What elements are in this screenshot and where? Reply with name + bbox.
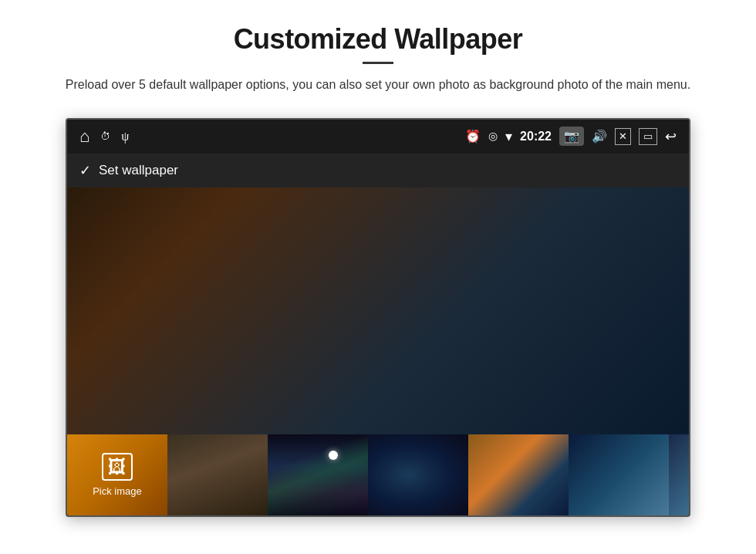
pick-image-thumb[interactable]: 🖼 Pick image — [67, 434, 167, 515]
checkmark-icon: ✓ — [79, 162, 91, 179]
wallpaper-thumb-2[interactable] — [268, 434, 368, 515]
title-divider — [363, 62, 393, 64]
wallpaper-thumb-6[interactable] — [669, 434, 689, 515]
status-bar-left: ⌂ ⏱ ψ — [79, 127, 129, 147]
camera-button[interactable]: 📷 — [559, 127, 584, 146]
status-bar-right: ⏰ ◎ ▾ 20:22 📷 🔊 ✕ ▭ ↩ — [465, 127, 677, 146]
page-wrapper: Customized Wallpaper Preload over 5 defa… — [0, 0, 756, 554]
title-section: Customized Wallpaper Preload over 5 defa… — [66, 23, 690, 110]
alarm-icon: ⏰ — [465, 129, 481, 144]
thumbnail-strip: 🖼 Pick image — [67, 434, 689, 515]
description-text: Preload over 5 default wallpaper options… — [66, 75, 690, 95]
wallpaper-thumb-4[interactable] — [468, 434, 569, 515]
close-icon[interactable]: ✕ — [615, 128, 631, 145]
android-screen: ⌂ ⏱ ψ ⏰ ◎ ▾ 20:22 📷 🔊 ✕ ▭ ↩ ✓ Set wallpa… — [66, 118, 690, 517]
pick-image-label: Pick image — [93, 485, 142, 497]
usb-icon: ψ — [121, 130, 129, 144]
set-wallpaper-bar[interactable]: ✓ Set wallpaper — [67, 154, 689, 187]
location-icon: ◎ — [488, 130, 498, 143]
wallpaper-preview — [67, 187, 689, 434]
volume-icon[interactable]: 🔊 — [592, 129, 607, 144]
status-bar: ⌂ ⏱ ψ ⏰ ◎ ▾ 20:22 📷 🔊 ✕ ▭ ↩ — [67, 120, 689, 154]
time-display: 20:22 — [520, 130, 552, 144]
back-icon[interactable]: ↩ — [665, 128, 677, 145]
window-icon[interactable]: ▭ — [639, 128, 657, 145]
wallpaper-thumb-3[interactable] — [368, 434, 468, 515]
wifi-icon: ▾ — [505, 128, 512, 145]
page-title: Customized Wallpaper — [66, 23, 690, 56]
aurora-effect — [268, 434, 368, 515]
image-pick-icon: 🖼 — [102, 453, 133, 481]
wallpaper-thumb-1[interactable] — [167, 434, 268, 515]
set-wallpaper-label: Set wallpaper — [99, 163, 178, 178]
home-icon[interactable]: ⌂ — [79, 127, 89, 147]
wallpaper-thumb-5[interactable] — [569, 434, 669, 515]
clock-small-icon: ⏱ — [100, 130, 110, 143]
